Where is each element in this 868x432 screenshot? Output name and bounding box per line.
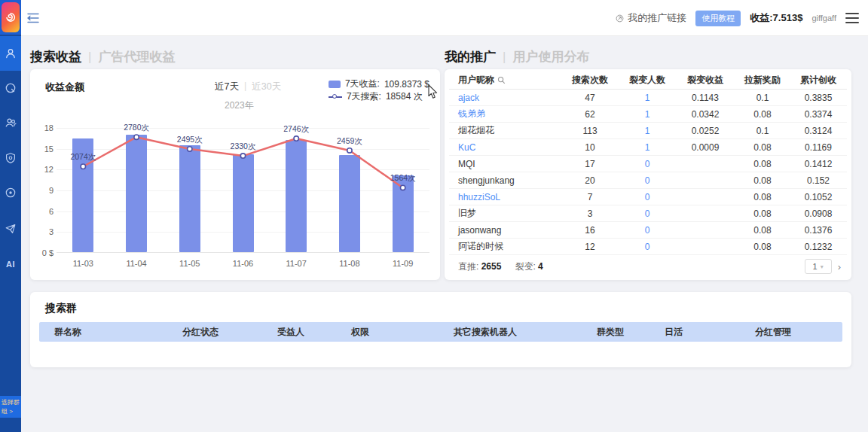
group-col-header: 其它搜索机器人 <box>454 326 597 339</box>
col-user-nickname: 用户昵称 <box>449 74 561 87</box>
x-axis-tick: 11-03 <box>57 259 109 268</box>
next-page-button[interactable]: › <box>838 261 841 272</box>
table-row: 烟花烟花11310.02520.10.3124 <box>449 123 847 139</box>
cell-referral_reward: 0.08 <box>735 192 790 202</box>
line-series-swatch <box>329 93 342 101</box>
legend-search-label: 7天搜索: <box>347 90 381 103</box>
cell-searches: 17 <box>561 159 619 169</box>
cell-referral_reward: 0.08 <box>735 225 790 236</box>
svg-text:2495次: 2495次 <box>177 135 203 144</box>
revenue-chart-card: 收益金额 近7天 | 近30天 2023年 7天收益: 109.8373 $ 7… <box>30 69 440 280</box>
y-axis-tick: 15 <box>32 145 53 154</box>
cell-searches: 3 <box>561 208 619 219</box>
cell-searches: 7 <box>561 192 619 202</box>
cell-fission_revenue: 0.0009 <box>675 142 735 153</box>
x-axis-tick: 11-05 <box>164 259 216 268</box>
legend-search-value: 18584 次 <box>386 90 423 103</box>
shield-settings-icon <box>5 152 17 164</box>
user-nickname[interactable]: KuC <box>449 142 561 153</box>
line-point-11-04[interactable] <box>134 135 139 139</box>
line-point-11-08[interactable] <box>347 148 352 153</box>
cell-fission[interactable]: 0 <box>619 225 675 236</box>
sidebar-item-groups[interactable] <box>0 105 21 140</box>
line-point-11-05[interactable] <box>188 147 192 151</box>
table-row: 旧梦300.080.0908 <box>449 205 847 222</box>
search-line-series: 2074次2780次2495次2330次2746次2459次1564次 <box>57 128 429 253</box>
cell-total: 0.3374 <box>790 109 847 120</box>
page-select[interactable]: 1▾ <box>805 259 832 274</box>
y-axis-tick: 12 <box>32 165 53 174</box>
send-plane-icon <box>5 223 17 235</box>
cell-fission[interactable]: 1 <box>619 126 675 136</box>
app-logo[interactable] <box>0 0 21 35</box>
col-search-count: 搜索次数 <box>561 74 619 87</box>
line-point-11-06[interactable] <box>240 154 245 158</box>
cell-fission[interactable]: 0 <box>619 159 675 169</box>
user-nickname[interactable]: 钱弟弟 <box>449 108 561 120</box>
ai-icon: AI <box>6 260 15 269</box>
user-nickname[interactable]: ajack <box>449 93 561 103</box>
my-promo-link[interactable]: 我的推广链接 <box>616 11 686 25</box>
cell-fission[interactable]: 1 <box>619 93 675 103</box>
cell-fission[interactable]: 1 <box>619 109 675 120</box>
y-axis-tick: 0 $ <box>32 248 53 257</box>
cell-searches: 12 <box>561 242 619 252</box>
group-col-header: 受益人 <box>277 326 351 339</box>
cell-fission[interactable]: 1 <box>619 142 675 153</box>
legend-item-search[interactable]: 7天搜索: 18584 次 <box>329 90 429 103</box>
left-section-heading: 搜索收益 | 广告代理收益 <box>30 48 175 65</box>
group-col-header: 群名称 <box>39 326 182 339</box>
legend-item-revenue[interactable]: 7天收益: 109.8373 $ <box>329 78 429 90</box>
cell-total: 0.3835 <box>790 93 847 103</box>
select-group-float-button[interactable]: 选择群 组 > <box>0 396 21 418</box>
sidebar-item-ai[interactable]: AI <box>0 247 21 281</box>
link-icon <box>616 14 624 23</box>
svg-text:2330次: 2330次 <box>231 141 256 151</box>
line-point-11-07[interactable] <box>294 136 298 141</box>
cell-fission[interactable]: 0 <box>619 242 675 252</box>
topbar: 我的推广链接 使用教程 收益:7.513$ giffgaff <box>21 0 868 36</box>
chart-plot: 0 $36912151811-0311-0411-0511-0611-0711-… <box>57 128 429 253</box>
sidebar-item-send[interactable] <box>0 211 21 246</box>
cell-referral_reward: 0.08 <box>735 175 790 186</box>
x-axis-tick: 11-04 <box>110 259 163 268</box>
y-axis-tick: 18 <box>32 123 53 132</box>
cell-total: 0.1052 <box>790 192 847 202</box>
tab-user-usage-distribution[interactable]: 用户使用分布 <box>512 48 589 65</box>
x-axis-tick: 11-06 <box>217 259 270 268</box>
cell-referral_reward: 0.08 <box>735 142 790 153</box>
user-nickname: 阿诺的时候 <box>449 240 561 253</box>
tab-my-promotion[interactable]: 我的推广 <box>445 48 496 65</box>
cell-total: 0.1232 <box>790 242 847 252</box>
cell-fission[interactable]: 0 <box>619 192 675 202</box>
cell-fission[interactable]: 0 <box>619 175 675 186</box>
range-7d[interactable]: 近7天 <box>215 81 239 93</box>
user-menu-icon[interactable] <box>845 13 859 23</box>
search-icon[interactable] <box>497 76 506 84</box>
svg-text:1564次: 1564次 <box>390 173 416 182</box>
sidebar-collapse-button[interactable] <box>27 12 41 24</box>
legend-revenue-label: 7天收益: <box>345 78 380 90</box>
sidebar-item-security[interactable] <box>0 141 21 175</box>
cell-searches: 20 <box>561 175 619 186</box>
line-point-11-09[interactable] <box>400 185 405 190</box>
search-groups-title: 搜索群 <box>45 302 77 315</box>
fission-stat: 裂变: 4 <box>515 260 542 273</box>
tutorial-badge-button[interactable]: 使用教程 <box>695 11 741 26</box>
line-point-11-03[interactable] <box>81 164 85 169</box>
sidebar-item-account[interactable] <box>0 36 21 71</box>
cell-referral_reward: 0.08 <box>735 208 790 219</box>
col-fission-revenue: 裂变收益 <box>675 74 735 87</box>
range-30d[interactable]: 近30天 <box>252 81 281 93</box>
x-axis-tick: 11-07 <box>270 259 322 268</box>
cell-fission[interactable]: 0 <box>619 208 675 219</box>
table-row: shengjunkang2000.080.152 <box>449 172 847 189</box>
user-nickname[interactable]: hhuzziSoL <box>449 192 561 202</box>
promotion-table-card: 用户昵称 搜索次数 裂变人数 裂变收益 拉新奖励 累计创收 ajack4710.… <box>445 69 851 280</box>
sidebar-item-record[interactable] <box>0 175 21 210</box>
chart-title: 收益金额 <box>45 81 84 94</box>
tab-ad-agent-revenue[interactable]: 广告代理收益 <box>98 48 175 65</box>
sidebar-item-browser[interactable] <box>0 71 21 105</box>
tab-search-revenue[interactable]: 搜索收益 <box>30 48 81 65</box>
user-nickname: 旧梦 <box>449 207 561 220</box>
